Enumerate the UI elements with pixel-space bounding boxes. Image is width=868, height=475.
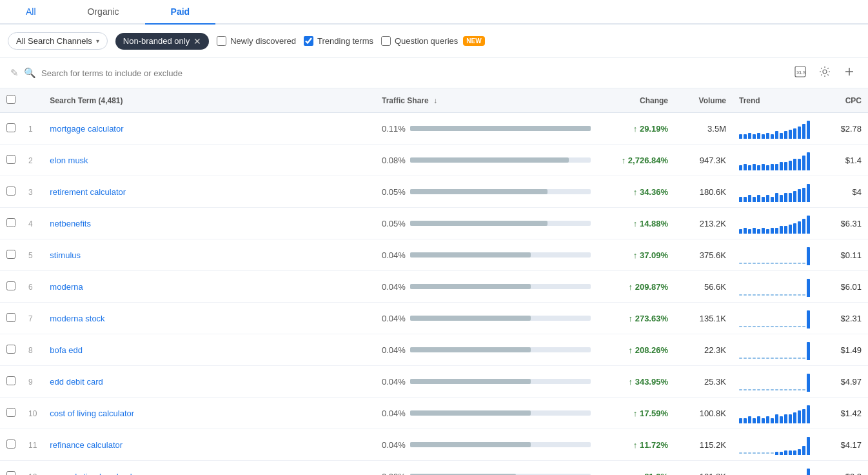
change-header[interactable]: Change [597,88,675,113]
tab-paid[interactable]: Paid [145,0,216,25]
row-checkbox[interactable] [6,250,15,259]
trend-bar [807,152,810,170]
row-checkbox[interactable] [6,187,15,196]
trend-bar [748,416,751,423]
trending-terms-filter[interactable]: Trending terms [304,36,373,46]
channel-filter-label: All Search Channels [16,36,92,46]
volume-value: 101.8K [700,472,726,476]
row-checkbox[interactable] [6,218,15,227]
close-icon[interactable]: ✕ [193,36,201,46]
traffic-bar-container: 0.05% [382,187,591,197]
term-link[interactable]: refinance calculator [50,440,123,450]
term-link[interactable]: elon musk [50,156,88,165]
cpc-cell: $1.49 [816,334,868,366]
row-checkbox-cell[interactable] [0,429,22,461]
row-checkbox[interactable] [6,376,15,385]
row-num-cell: 2 [22,145,43,176]
trend-cell [733,303,816,334]
change-value: ↑ 273.63% [629,314,668,323]
row-checkbox-cell[interactable] [0,461,22,476]
traffic-percent: 0.04% [382,409,406,418]
traffic-percent: 0.04% [382,345,406,355]
cpc-value: $1.49 [840,345,862,355]
term-link[interactable]: second stimulus check [50,472,134,476]
traffic-bar-fill [410,189,547,194]
row-checkbox-cell[interactable] [0,208,22,239]
export-excel-button[interactable]: XLS [792,63,809,83]
change-cell: ↑ 29.19% [597,113,675,145]
trend-dot [780,263,783,264]
trend-dot [744,389,747,390]
term-link[interactable]: moderna [50,282,83,292]
trend-chart [739,466,810,475]
channel-filter-btn[interactable]: All Search Channels ▾ [8,32,108,50]
row-checkbox[interactable] [6,440,15,449]
row-number: 11 [28,441,37,450]
traffic-cell: 0.04% [375,271,597,303]
table-row: 11 refinance calculator 0.04% ↑ 11.72% 1… [0,429,868,461]
cpc-cell: $1.42 [816,398,868,429]
trend-dot [762,263,765,264]
row-checkbox-cell[interactable] [0,271,22,303]
search-term-header[interactable]: Search Term (4,481) [43,88,375,113]
trend-bar [789,225,792,234]
row-number: 10 [28,409,37,418]
row-checkbox-cell[interactable] [0,145,22,176]
row-checkbox-cell[interactable] [0,366,22,398]
plus-icon [843,66,855,77]
change-cell: ↑ 81.3% [597,461,675,476]
term-link[interactable]: retirement calculator [50,187,126,197]
term-link[interactable]: edd debit card [50,377,103,387]
term-link[interactable]: cost of living calculator [50,409,134,418]
tab-all[interactable]: All [0,0,62,25]
row-checkbox[interactable] [6,345,15,354]
trend-cell [733,113,816,145]
volume-value: 3.5M [707,124,726,134]
term-link[interactable]: bofa edd [50,345,83,355]
trend-dot [793,358,796,359]
term-cell: edd debit card [43,366,375,398]
trend-bar [775,131,778,139]
trending-terms-checkbox[interactable] [304,36,313,46]
add-button[interactable] [841,63,858,83]
row-checkbox[interactable] [6,408,15,417]
newly-discovered-filter[interactable]: Newly discovered [217,36,296,46]
row-checkbox-cell[interactable] [0,334,22,366]
change-value: ↑ 37.09% [633,250,668,260]
question-queries-filter[interactable]: Question queries NEW [381,36,485,46]
trend-bar [780,133,783,139]
row-checkbox[interactable] [6,155,15,164]
tab-organic[interactable]: Organic [62,0,145,25]
row-checkbox-cell[interactable] [0,176,22,208]
settings-button[interactable] [816,63,833,83]
traffic-cell: 0.04% [375,429,597,461]
row-checkbox[interactable] [6,281,15,290]
nonbranded-chip[interactable]: Non-branded only ✕ [115,33,209,50]
row-number: 1 [28,125,33,134]
row-checkbox[interactable] [6,313,15,322]
row-checkbox-cell[interactable] [0,113,22,145]
select-all-checkbox[interactable] [6,95,15,104]
row-checkbox[interactable] [6,123,15,132]
traffic-bar-fill [410,126,591,131]
row-checkbox-cell[interactable] [0,303,22,334]
term-link[interactable]: moderna stock [50,314,104,323]
row-checkbox-cell[interactable] [0,239,22,271]
trend-bar [789,193,792,202]
term-link[interactable]: netbenefits [50,219,91,228]
trend-bar [807,279,810,297]
volume-value: 25.3K [704,377,726,387]
row-checkbox-cell[interactable] [0,398,22,429]
question-queries-checkbox[interactable] [381,36,391,46]
row-checkbox[interactable] [6,471,15,476]
traffic-bar-container: 0.04% [382,282,591,292]
trend-bar [757,195,760,202]
term-link[interactable]: mortgage calculator [50,124,123,134]
trend-dot [775,263,778,264]
search-input[interactable] [41,68,787,78]
traffic-share-header[interactable]: Traffic Share ↓ [375,88,597,113]
term-link[interactable]: stimulus [50,250,81,260]
newly-discovered-checkbox[interactable] [217,36,226,46]
trend-cell [733,271,816,303]
select-all-header[interactable] [0,88,22,113]
